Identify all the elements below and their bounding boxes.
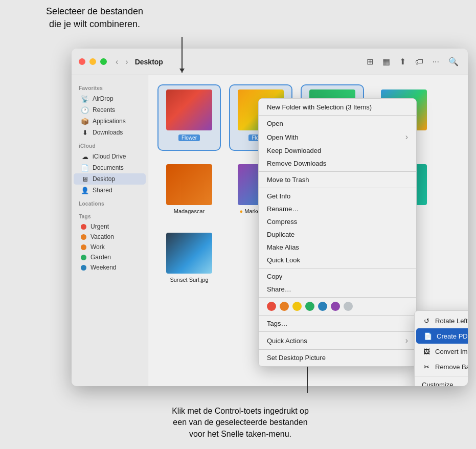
main-content: Flower Flowers Gard ...rket...ter [148,75,468,386]
annotation-bottom: Klik met de Control-toets ingedrukt op e… [74,406,406,440]
documents-icon: 📄 [81,164,89,172]
tag-vacation-label: Vacation [90,233,114,240]
menu-item-open[interactable]: Open [259,117,416,130]
search-icon[interactable]: 🔍 [446,55,461,69]
submenu-item-rotate-left[interactable]: ↺ Rotate Left [415,313,468,328]
finder-body: Favorites 📡 AirDrop 🕐 Recents 📦 Applicat… [72,75,468,386]
view-columns-icon[interactable]: ▦ [380,55,392,69]
more-icon[interactable]: ··· [430,55,441,69]
sidebar-item-label: Shared [93,187,112,194]
sidebar-item-applications[interactable]: 📦 Applications [74,116,146,127]
menu-item-quick-actions[interactable]: Quick Actions [259,333,416,348]
menu-item-copy[interactable]: Copy [259,270,416,283]
arrow-bottom-indicator [307,362,308,393]
sidebar-item-tag-urgent[interactable]: Urgent [74,221,146,232]
tags-section-label: Tags [72,209,148,221]
file-item-madagascar[interactable]: Madagascar [158,160,220,218]
quick-actions-submenu: ↺ Rotate Left 📄 Create PDF 🖼 Convert Ima… [414,310,468,386]
menu-item-make-alias[interactable]: Make Alias [259,241,416,254]
sidebar-item-downloads[interactable]: ⬇ Downloads [74,127,146,138]
menu-item-set-desktop[interactable]: Set Desktop Picture [259,351,416,364]
convert-image-icon: 🖼 [422,347,431,356]
sidebar-item-shared[interactable]: 👤 Shared [74,185,146,196]
sidebar-item-icloud-drive[interactable]: ☁ iCloud Drive [74,151,146,162]
submenu-item-convert-image[interactable]: 🖼 Convert Image [415,344,468,359]
sidebar-item-desktop[interactable]: 🖥 Desktop [74,173,146,185]
sidebar-item-label: Recents [93,106,115,114]
nav-forward-button[interactable]: › [123,56,130,68]
menu-separator-2 [259,171,416,172]
menu-separator-1 [259,115,416,116]
tag-weekend-label: Weekend [90,264,116,271]
tag-icon[interactable]: 🏷 [413,55,425,69]
submenu-item-remove-background[interactable]: ✂ Remove Background [415,359,468,374]
sidebar-item-documents[interactable]: 📄 Documents [74,162,146,173]
tag-work-label: Work [90,243,105,251]
menu-item-get-info[interactable]: Get Info [259,190,416,203]
tag-urgent-dot [81,224,86,230]
menu-separator-5 [259,297,416,298]
fullscreen-button[interactable] [100,58,107,65]
menu-item-keep-downloaded[interactable]: Keep Downloaded [259,144,416,157]
recents-icon: 🕐 [81,106,89,114]
file-badge-flower: Flower [178,134,200,141]
close-button[interactable] [79,58,85,65]
sidebar-item-airdrop[interactable]: 📡 AirDrop [74,93,146,104]
airdrop-icon: 📡 [81,95,89,103]
tag-garden-label: Garden [90,254,111,261]
menu-item-quick-look[interactable]: Quick Look [259,254,416,266]
file-thumb-madagascar [166,164,212,205]
color-dot-red[interactable] [267,302,276,311]
menu-item-open-with[interactable]: Open With [259,130,416,144]
tag-work-dot [81,244,86,250]
locations-section-label: Locations [72,196,148,209]
color-dot-yellow[interactable] [292,302,302,311]
tag-urgent-label: Urgent [90,223,109,230]
minimize-button[interactable] [89,58,96,65]
sidebar-item-tag-work[interactable]: Work [74,242,146,252]
menu-item-compress[interactable]: Compress [259,215,416,228]
file-thumb-sunset [166,233,212,274]
open-with-arrow [405,132,408,142]
color-dot-gray[interactable] [344,302,353,311]
menu-item-new-folder[interactable]: New Folder with Selection (3 Items) [259,101,416,114]
annotation-top: Selecteer de bestanden die je wilt combi… [0,5,189,31]
nav-arrows: ‹ › [113,56,131,68]
menu-item-rename[interactable]: Rename… [259,203,416,215]
sidebar-item-tag-garden[interactable]: Garden [74,252,146,262]
color-dot-purple[interactable] [331,302,340,311]
menu-item-move-trash[interactable]: Move to Trash [259,173,416,186]
sidebar-item-label: AirDrop [93,95,114,102]
sidebar-item-label: Desktop [93,175,115,183]
sidebar-item-tag-vacation[interactable]: Vacation [74,232,146,242]
sidebar-item-label: iCloud Drive [93,153,126,160]
file-thumb-flower [166,89,212,130]
menu-item-tags[interactable]: Tags… [259,317,416,330]
menu-item-remove-downloads[interactable]: Remove Downloads [259,157,416,170]
menu-separator-6 [259,315,416,316]
color-dots-row [259,299,416,313]
applications-icon: 📦 [81,117,89,125]
submenu-separator [415,376,468,376]
view-grid-icon[interactable]: ⊞ [365,55,375,69]
nav-back-button[interactable]: ‹ [113,56,121,68]
favorites-section-label: Favorites [72,80,148,93]
submenu-item-customize[interactable]: Customize… [415,378,468,386]
color-dot-orange[interactable] [280,302,289,311]
share-icon[interactable]: ⬆ [397,55,408,69]
submenu-item-create-pdf[interactable]: 📄 Create PDF [416,328,468,344]
menu-separator-7 [259,331,416,332]
create-pdf-icon: 📄 [423,331,433,341]
menu-item-duplicate[interactable]: Duplicate [259,228,416,241]
file-item-sunset[interactable]: Sunset Surf.jpg [158,229,220,287]
file-label-sunset: Sunset Surf.jpg [170,277,208,283]
sidebar-item-tag-weekend[interactable]: Weekend [74,262,146,273]
color-dot-blue[interactable] [318,302,327,311]
file-item-flower[interactable]: Flower [158,85,220,150]
finder-window: ‹ › Desktop ⊞ ▦ ⬆ 🏷 ··· 🔍 Favorites 📡 Ai… [72,49,468,386]
menu-item-share[interactable]: Share… [259,283,416,296]
sidebar-item-label: Documents [93,164,124,171]
sidebar-item-recents[interactable]: 🕐 Recents [74,104,146,116]
color-dot-green[interactable] [305,302,314,311]
tag-vacation-dot [81,234,86,240]
